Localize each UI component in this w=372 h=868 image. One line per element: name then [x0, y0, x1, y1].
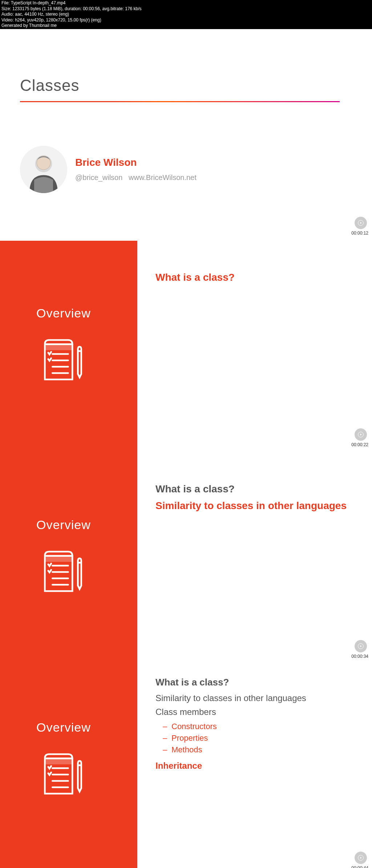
play-icon[interactable] [355, 428, 367, 441]
sidebar: Overview [0, 452, 137, 664]
timestamp: 00:00:22 [351, 442, 368, 447]
course-title: Classes [20, 76, 352, 95]
svg-rect-23 [45, 759, 72, 764]
video-metadata: File: TypeScript In-depth_47.mp4 Size: 1… [0, 0, 372, 29]
sidebar-title: Overview [36, 720, 137, 735]
meta-video: Video: h264, yuv420p, 1280x720, 15.00 fp… [1, 17, 371, 23]
main-content: What is a class? Similarity to classes i… [137, 452, 372, 664]
slide-title: Classes Brice Wilson [0, 29, 372, 241]
heading-similarity: Similarity to classes in other languages [155, 500, 357, 512]
notebook-icon [36, 749, 87, 800]
meta-audio: Audio: aac, 44100 Hz, stereo (eng) [1, 12, 371, 17]
sidebar: Overview [0, 664, 137, 868]
slide-overview-3: Overview What is a class? [0, 664, 372, 868]
meta-gen: Generated by Thumbnail me [1, 23, 371, 29]
list-item: Constructors [155, 721, 357, 732]
timestamp: 00:00:44 [351, 865, 368, 868]
author-meta: @brice_wilson www.BriceWilson.net [75, 173, 197, 182]
play-icon[interactable] [355, 217, 367, 229]
sidebar: Overview [0, 241, 137, 452]
author-row: Brice Wilson @brice_wilson www.BriceWils… [20, 146, 352, 193]
line-inheritance: Inheritance [155, 761, 357, 771]
line-members: Class members [155, 707, 357, 717]
play-icon[interactable] [355, 852, 367, 864]
heading-q: What is a class? [155, 483, 357, 495]
author-name: Brice Wilson [75, 157, 197, 168]
svg-rect-15 [45, 556, 72, 562]
members-list: Constructors Properties Methods [155, 721, 357, 756]
meta-size: Size: 1233175 bytes (1.18 MiB), duration… [1, 6, 371, 12]
heading-q: What is a class? [155, 272, 357, 283]
line-similarity: Similarity to classes in other languages [155, 693, 357, 703]
slide-overview-1: Overview What is a class? [0, 241, 372, 452]
author-info: Brice Wilson @brice_wilson www.BriceWils… [75, 157, 197, 182]
svg-rect-7 [45, 344, 72, 350]
sidebar-title: Overview [36, 518, 137, 532]
main-content: What is a class? [137, 241, 372, 452]
svg-marker-6 [360, 222, 362, 224]
author-handle: @brice_wilson [75, 173, 122, 181]
author-site: www.BriceWilson.net [129, 173, 197, 181]
play-icon[interactable] [355, 640, 367, 652]
heading-q: What is a class? [155, 677, 357, 688]
list-item: Properties [155, 732, 357, 744]
sidebar-title: Overview [36, 306, 137, 320]
notebook-icon [36, 547, 87, 597]
svg-marker-14 [360, 433, 362, 435]
notebook-icon [36, 335, 87, 386]
slide-overview-2: Overview What is a class? [0, 452, 372, 664]
svg-marker-22 [360, 645, 362, 647]
timestamp: 00:00:12 [351, 231, 368, 236]
avatar [20, 146, 67, 193]
meta-file: File: TypeScript In-depth_47.mp4 [1, 0, 371, 6]
title-underline [20, 101, 340, 102]
list-item: Methods [155, 744, 357, 756]
svg-marker-30 [360, 857, 362, 859]
main-content: What is a class? Similarity to classes i… [137, 664, 372, 868]
timestamp: 00:00:34 [351, 654, 368, 659]
